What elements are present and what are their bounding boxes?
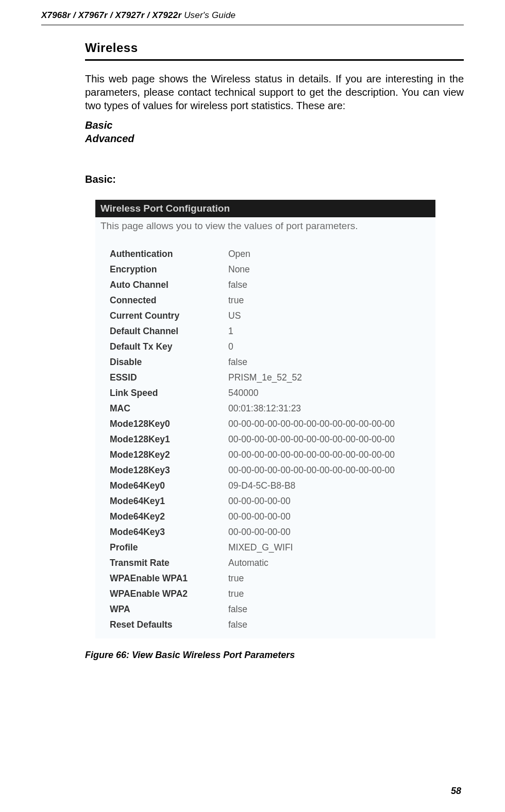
table-row: Transmit RateAutomatic [110,555,395,571]
param-value: 00-00-00-00-00-00-00-00-00-00-00-00-00 [228,447,395,462]
param-value: 1 [228,323,395,339]
table-row: Auto Channelfalse [110,277,395,292]
table-row: Link Speed540000 [110,385,395,401]
param-value: MIXED_G_WIFI [228,540,395,555]
param-label: Mode128Key3 [110,462,228,478]
subheading-basic: Basic: [85,174,464,185]
figure-caption: Figure 66: View Basic Wireless Port Para… [85,650,464,661]
table-row: Mode64Key100-00-00-00-00 [110,493,395,509]
param-value: 00-00-00-00-00-00-00-00-00-00-00-00-00 [228,462,395,478]
table-row: WPAEnable WPA1true [110,571,395,586]
param-value: 00-00-00-00-00 [228,524,395,540]
param-value: 00-00-00-00-00-00-00-00-00-00-00-00-00 [228,416,395,431]
table-row: Mode128Key100-00-00-00-00-00-00-00-00-00… [110,431,395,447]
param-label: Authentication [110,246,228,262]
document-header: X7968r / X7967r / X7927r / X7922r User's… [41,10,464,25]
table-row: ProfileMIXED_G_WIFI [110,540,395,555]
param-label: Auto Channel [110,277,228,292]
page-number: 58 [451,786,461,797]
param-value: 00-00-00-00-00 [228,509,395,524]
param-label: Mode128Key1 [110,431,228,447]
param-value: true [228,571,395,586]
header-guide: User's Guide [181,10,235,20]
table-row: Default Channel1 [110,323,395,339]
table-row: ESSIDPRISM_1e_52_52 [110,370,395,385]
table-row: Reset Defaultsfalse [110,617,395,632]
param-label: Link Speed [110,385,228,401]
param-label: Mode128Key0 [110,416,228,431]
param-label: Mode64Key3 [110,524,228,540]
intro-paragraph: This web page shows the Wireless status … [85,72,464,112]
param-label: Default Tx Key [110,339,228,354]
param-label: Default Channel [110,323,228,339]
param-label: Encryption [110,262,228,277]
table-row: MAC00:01:38:12:31:23 [110,401,395,416]
header-models: X7968r / X7967r / X7927r / X7922r [41,10,181,20]
param-value: 00-00-00-00-00 [228,493,395,509]
table-row: Mode64Key300-00-00-00-00 [110,524,395,540]
param-value: 09-D4-5C-B8-B8 [228,478,395,493]
param-label: Transmit Rate [110,555,228,571]
section-title: Wireless [85,41,464,61]
param-value: US [228,308,395,323]
param-value: false [228,277,395,292]
param-label: ESSID [110,370,228,385]
link-advanced[interactable]: Advanced [85,132,464,145]
param-label: WPA [110,601,228,617]
table-row: Mode128Key000-00-00-00-00-00-00-00-00-00… [110,416,395,431]
param-label: Mode128Key2 [110,447,228,462]
param-value: false [228,617,395,632]
table-row: WPAEnable WPA2true [110,586,395,601]
table-row: Mode64Key009-D4-5C-B8-B8 [110,478,395,493]
param-label: WPAEnable WPA2 [110,586,228,601]
param-value: 540000 [228,385,395,401]
table-row: Mode128Key200-00-00-00-00-00-00-00-00-00… [110,447,395,462]
param-label: Current Country [110,308,228,323]
panel-description: This page allows you to view the values … [95,217,435,246]
param-value: 00:01:38:12:31:23 [228,401,395,416]
param-label: Mode64Key1 [110,493,228,509]
param-value: Automatic [228,555,395,571]
param-label: Reset Defaults [110,617,228,632]
table-row: EncryptionNone [110,262,395,277]
panel-title: Wireless Port Configuration [95,200,435,217]
param-label: Mode64Key0 [110,478,228,493]
param-value: false [228,354,395,370]
table-row: Connectedtrue [110,292,395,308]
table-row: WPAfalse [110,601,395,617]
param-label: MAC [110,401,228,416]
parameters-table: AuthenticationOpenEncryptionNoneAuto Cha… [110,246,395,632]
param-label: WPAEnable WPA1 [110,571,228,586]
table-row: Current CountryUS [110,308,395,323]
table-row: Default Tx Key0 [110,339,395,354]
param-value: 0 [228,339,395,354]
param-value: true [228,586,395,601]
param-value: PRISM_1e_52_52 [228,370,395,385]
link-basic[interactable]: Basic [85,118,464,132]
table-row: Disablefalse [110,354,395,370]
param-value: Open [228,246,395,262]
param-value: None [228,262,395,277]
param-label: Mode64Key2 [110,509,228,524]
table-row: AuthenticationOpen [110,246,395,262]
table-row: Mode64Key200-00-00-00-00 [110,509,395,524]
table-row: Mode128Key300-00-00-00-00-00-00-00-00-00… [110,462,395,478]
param-value: false [228,601,395,617]
param-value: true [228,292,395,308]
param-label: Profile [110,540,228,555]
param-label: Disable [110,354,228,370]
wireless-config-panel: Wireless Port Configuration This page al… [95,200,435,638]
param-label: Connected [110,292,228,308]
param-value: 00-00-00-00-00-00-00-00-00-00-00-00-00 [228,431,395,447]
